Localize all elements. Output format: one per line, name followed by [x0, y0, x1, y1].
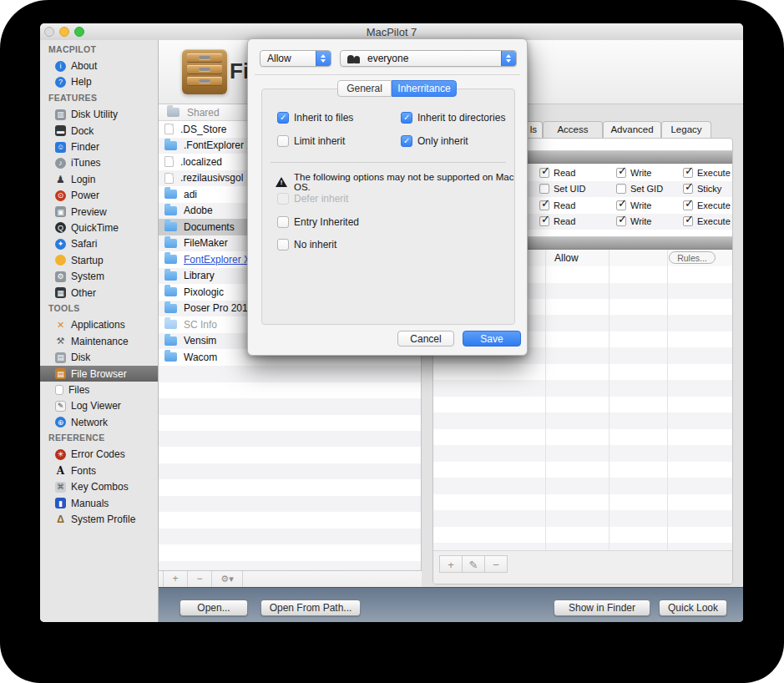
sidebar-item-fonts[interactable]: AFonts — [40, 463, 158, 478]
bottom-toolbar: Open... Open From Path... Show in Finder… — [159, 587, 743, 622]
principal-select[interactable]: everyone — [340, 50, 517, 67]
checkbox-read[interactable] — [539, 168, 549, 178]
permission-cell[interactable]: Write — [616, 200, 651, 210]
permission-cell[interactable]: Set GID — [616, 184, 663, 194]
checkbox-only-inherit[interactable]: Only inherit — [401, 135, 468, 147]
checkbox-execute[interactable] — [683, 168, 693, 178]
checkbox-no-inherit[interactable]: No inherit — [277, 239, 336, 250]
checkbox-write[interactable] — [616, 216, 626, 226]
tab-advanced[interactable]: Advanced — [603, 121, 661, 138]
sidebar-item-network[interactable]: ⊕Network — [40, 414, 158, 430]
sidebar-item-dock[interactable]: ▬Dock — [40, 123, 158, 139]
sidebar-item-label: Finder — [71, 141, 99, 153]
sidebar-item-error-codes[interactable]: ✳Error Codes — [40, 447, 158, 463]
group-icon — [347, 54, 362, 63]
checkbox[interactable] — [277, 216, 289, 228]
sidebar-item-startup[interactable]: Startup — [40, 252, 158, 268]
permission-cell[interactable]: Read — [539, 200, 575, 210]
sidebar-item-preview[interactable]: ▣Preview — [40, 204, 158, 220]
permission-cell[interactable]: Write — [616, 216, 651, 226]
sidebar-item-system-profile[interactable]: ΔSystem Profile — [40, 511, 158, 527]
checkbox-execute[interactable] — [683, 216, 693, 226]
remove-button[interactable]: − — [484, 555, 508, 573]
sidebar-item-finder[interactable]: ☺Finder — [40, 139, 158, 154]
checkbox-write[interactable] — [616, 200, 626, 210]
checkbox[interactable] — [277, 135, 289, 147]
quick-look-button[interactable]: Quick Look — [659, 600, 727, 616]
checkbox-read[interactable] — [539, 200, 549, 210]
checkbox-inherit-to-files[interactable]: Inherit to files — [277, 112, 353, 124]
file-icon — [164, 173, 174, 184]
sidebar-item-disk-utility[interactable]: ▥Disk Utility — [40, 107, 158, 123]
gear-menu-button[interactable]: ⚙▾ — [212, 571, 243, 587]
add-button[interactable]: + — [163, 571, 188, 587]
checkbox-set-gid[interactable] — [616, 184, 626, 194]
permission-cell[interactable]: Read — [539, 168, 575, 178]
sidebar-item-file-browser[interactable]: ▤File Browser — [40, 366, 158, 382]
keyboard-icon: ⌘ — [55, 482, 66, 493]
checkbox-entry-inherited[interactable]: Entry Inherited — [277, 216, 359, 228]
checkbox-set-uid[interactable] — [539, 184, 549, 194]
checkbox[interactable] — [277, 112, 289, 124]
sidebar-item-itunes[interactable]: ♪iTunes — [40, 155, 158, 171]
sidebar-item-login[interactable]: ♟Login — [40, 171, 158, 187]
permission-cell[interactable]: Execute — [683, 216, 731, 226]
cancel-button[interactable]: Cancel — [397, 331, 454, 347]
checkbox[interactable] — [401, 135, 412, 147]
permission-cell[interactable]: Execute — [683, 168, 731, 178]
permission-cell[interactable]: Execute — [683, 200, 731, 210]
permission-cell[interactable]: Set UID — [539, 184, 586, 194]
checkbox[interactable] — [401, 112, 412, 124]
sidebar-item-power[interactable]: ⊙Power — [40, 188, 158, 204]
folder-icon — [164, 352, 177, 362]
sidebar-item-quicktime[interactable]: QQuickTime — [40, 220, 158, 235]
sidebar-item-log-viewer[interactable]: ✎Log Viewer — [40, 398, 158, 414]
folder-icon — [164, 239, 177, 248]
checkbox-read[interactable] — [539, 216, 549, 226]
save-button[interactable]: Save — [463, 331, 521, 347]
tab-access[interactable]: Access — [543, 121, 603, 138]
sidebar-item-other[interactable]: ▦Other — [40, 285, 158, 301]
permission-cell[interactable]: Sticky — [683, 184, 721, 194]
permission-cell[interactable]: Read — [539, 216, 575, 226]
checkbox-sticky[interactable] — [683, 184, 693, 194]
tab-general[interactable]: General — [337, 80, 392, 97]
show-in-finder-button[interactable]: Show in Finder — [554, 600, 650, 616]
checkbox-execute[interactable] — [683, 200, 693, 210]
sidebar-item-files[interactable]: Files — [40, 382, 158, 397]
sidebar-item-maintenance[interactable]: ⚒Maintenance — [40, 333, 158, 349]
sidebar-item-manuals[interactable]: ▮Manuals — [40, 495, 158, 511]
rules-button[interactable]: Rules... — [669, 251, 716, 264]
sidebar-item-help[interactable]: ?Help — [40, 74, 158, 90]
open-button[interactable]: Open... — [180, 600, 248, 616]
permission-type-select[interactable]: Allow — [260, 50, 331, 67]
checkbox-limit-inherit[interactable]: Limit inherit — [277, 135, 345, 147]
folder-icon — [164, 141, 177, 150]
sidebar-item-about[interactable]: iAbout — [40, 58, 158, 73]
edit-pencil-button[interactable]: ✎ — [462, 555, 485, 573]
tab-legacy[interactable]: Legacy — [661, 121, 711, 138]
sidebar-item-label: Other — [71, 287, 96, 299]
sidebar-item-key-combos[interactable]: ⌘Key Combos — [40, 479, 158, 495]
remove-button[interactable]: − — [188, 571, 212, 587]
sidebar-item-safari[interactable]: ✦Safari — [40, 236, 158, 252]
warning-icon — [276, 177, 287, 187]
tab-inheritance[interactable]: Inherritance — [392, 80, 457, 97]
system-gear-icon: ⚙ — [55, 271, 66, 282]
sidebar-item-label: Disk Utility — [71, 109, 118, 120]
disk-utility-icon: ▥ — [55, 109, 66, 120]
divider — [271, 162, 506, 163]
file-list-empty-rows — [159, 366, 421, 571]
sidebar-item-disk[interactable]: ▤Disk — [40, 349, 158, 365]
permission-cell[interactable]: Write — [616, 168, 651, 178]
sidebar-item-system[interactable]: ⚙System — [40, 268, 158, 284]
login-icon: ♟ — [55, 174, 66, 185]
open-from-path-button[interactable]: Open From Path... — [260, 600, 361, 616]
scales-icon: Δ — [55, 514, 66, 525]
checkbox[interactable] — [277, 239, 289, 250]
sidebar-item-applications[interactable]: ✕Applications — [40, 317, 158, 333]
checkbox-write[interactable] — [616, 168, 626, 178]
other-icon: ▦ — [55, 287, 66, 298]
add-button[interactable]: + — [439, 555, 463, 573]
checkbox-inherit-to-directories[interactable]: Inherit to directories — [401, 112, 505, 124]
